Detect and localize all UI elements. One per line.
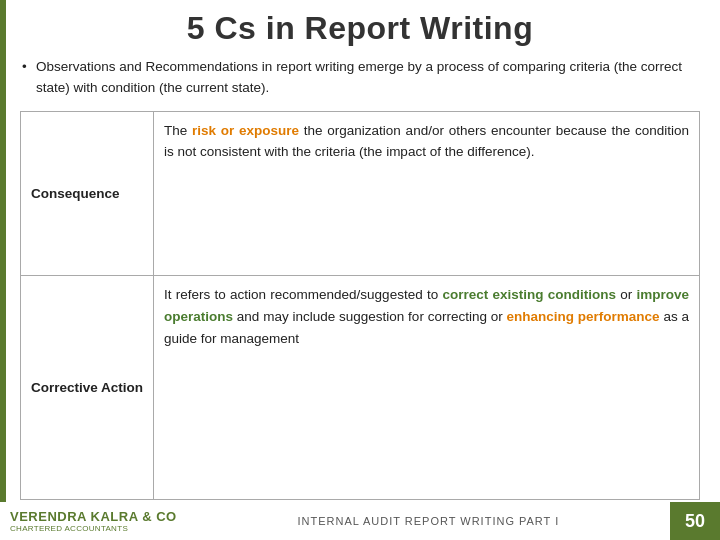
logo-sub-text: CHARTERED ACCOUNTANTS xyxy=(10,524,128,533)
logo-main-text: VERENDRA KALRA & CO xyxy=(10,509,177,524)
main-page: 5 Cs in Report Writing Observations and … xyxy=(0,0,720,540)
company-logo: VERENDRA KALRA & CO CHARTERED ACCOUNTANT… xyxy=(0,505,187,537)
left-border-decoration xyxy=(0,0,6,502)
page-number: 50 xyxy=(670,502,720,540)
page-title: 5 Cs in Report Writing xyxy=(20,10,700,47)
highlight-enhance: enhancing performance xyxy=(507,309,660,324)
label-corrective: Corrective Action xyxy=(21,276,154,500)
highlight-risk: risk or exposure xyxy=(192,123,299,138)
intro-text: Observations and Recommendations in repo… xyxy=(20,57,700,99)
table-row: Corrective Action It refers to action re… xyxy=(21,276,700,500)
page-footer: VERENDRA KALRA & CO CHARTERED ACCOUNTANT… xyxy=(0,502,720,540)
content-table: Consequence The risk or exposure the org… xyxy=(20,111,700,500)
label-consequence: Consequence xyxy=(21,111,154,276)
content-consequence: The risk or exposure the organization an… xyxy=(154,111,700,276)
content-corrective: It refers to action recommended/suggeste… xyxy=(154,276,700,500)
table-row: Consequence The risk or exposure the org… xyxy=(21,111,700,276)
footer-center-text: INTERNAL AUDIT REPORT WRITING PART I xyxy=(187,515,670,527)
highlight-correct: correct existing conditions xyxy=(442,287,616,302)
